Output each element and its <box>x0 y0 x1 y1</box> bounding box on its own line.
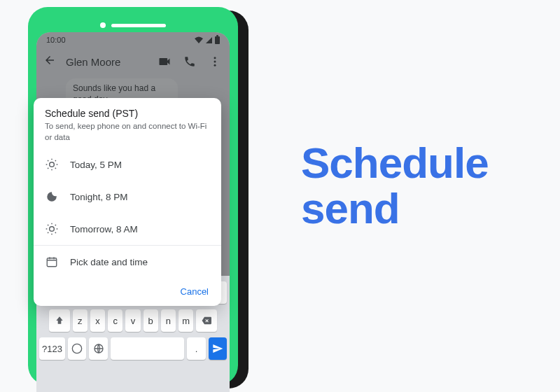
headline-line-2: send <box>301 186 489 231</box>
headline-line-1: Schedule <box>301 140 489 186</box>
keyboard-key[interactable]: c <box>108 309 122 332</box>
sun-outline-icon <box>45 222 59 236</box>
sun-icon <box>45 158 59 172</box>
keyboard-key[interactable]: n <box>161 309 176 332</box>
keyboard-key[interactable]: z <box>73 309 88 332</box>
calendar-icon <box>45 255 59 269</box>
keyboard-space-key[interactable] <box>111 337 185 360</box>
keyboard-key[interactable]: v <box>125 309 140 332</box>
cancel-button[interactable]: Cancel <box>181 286 209 297</box>
schedule-option-label: Today, 5 PM <box>70 160 122 170</box>
keyboard-shift-key[interactable] <box>49 309 70 332</box>
keyboard-key[interactable]: m <box>178 309 193 332</box>
keyboard-emoji-key[interactable] <box>68 337 86 360</box>
keyboard-key[interactable]: x <box>90 309 105 332</box>
keyboard-backspace-key[interactable] <box>196 309 217 332</box>
keyboard-numbers-key[interactable]: ?123 <box>39 337 65 360</box>
svg-point-6 <box>50 227 55 232</box>
dialog-subtitle: To send, keep phone on and connect to Wi… <box>45 121 210 143</box>
schedule-option-label: Tomorrow, 8 AM <box>70 224 138 234</box>
schedule-option-label: Tonight, 8 PM <box>70 192 128 202</box>
schedule-option-label: Pick date and time <box>70 257 148 267</box>
svg-point-3 <box>72 344 81 353</box>
schedule-option-tonight[interactable]: Tonight, 8 PM <box>34 181 221 213</box>
keyboard-period-key[interactable]: . <box>187 337 205 360</box>
svg-rect-7 <box>47 258 57 267</box>
dialog-title: Schedule send (PST) <box>45 108 210 119</box>
feature-headline: Schedule send <box>301 140 489 231</box>
schedule-option-tomorrow[interactable]: Tomorrow, 8 AM <box>34 213 221 245</box>
keyboard-send-key[interactable] <box>209 337 227 360</box>
schedule-option-pick-date[interactable]: Pick date and time <box>34 246 221 278</box>
schedule-option-today[interactable]: Today, 5 PM <box>34 148 221 181</box>
phone-notch <box>100 22 166 28</box>
keyboard-key[interactable]: b <box>144 309 158 332</box>
promo-canvas: 10:00 Glen Moore <box>0 0 560 392</box>
keyboard-globe-key[interactable] <box>89 337 107 360</box>
schedule-send-dialog: Schedule send (PST) To send, keep phone … <box>34 98 221 306</box>
moon-icon <box>45 190 59 204</box>
svg-point-5 <box>50 162 55 167</box>
